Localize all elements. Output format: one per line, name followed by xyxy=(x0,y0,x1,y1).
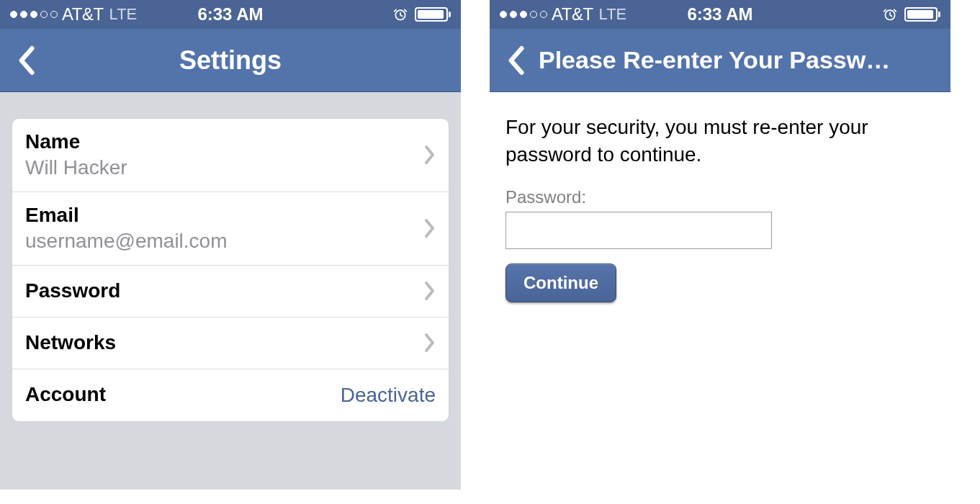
chevron-right-icon xyxy=(424,281,436,301)
network-label: LTE xyxy=(599,5,627,24)
signal-strength-icon xyxy=(10,11,58,18)
status-bar: AT&T LTE 6:33 AM xyxy=(490,0,950,29)
status-bar: AT&T LTE 6:33 AM xyxy=(0,0,461,29)
reauth-screen: AT&T LTE 6:33 AM Please Re-enter Your Pa… xyxy=(490,0,950,490)
reauth-content: For your security, you must re-enter you… xyxy=(490,92,950,324)
back-button[interactable] xyxy=(501,45,530,76)
settings-row-networks[interactable]: Networks xyxy=(12,318,449,369)
status-right xyxy=(393,7,451,22)
row-label: Networks xyxy=(25,330,424,356)
row-label: Account xyxy=(25,382,341,408)
status-left: AT&T LTE xyxy=(10,4,137,24)
battery-icon xyxy=(904,7,940,22)
row-label: Name xyxy=(25,129,424,155)
chevron-right-icon xyxy=(424,145,436,165)
settings-row-email[interactable]: Email username@email.com xyxy=(12,192,449,266)
battery-icon xyxy=(415,7,451,22)
row-value: username@email.com xyxy=(25,228,424,254)
back-button[interactable] xyxy=(12,45,40,76)
alarm-icon xyxy=(393,7,408,22)
nav-bar: Please Re-enter Your Passw… xyxy=(490,29,950,92)
carrier-label: AT&T xyxy=(552,4,593,24)
deactivate-link[interactable]: Deactivate xyxy=(341,384,436,407)
password-field-label: Password: xyxy=(505,187,935,207)
password-input[interactable] xyxy=(505,212,772,249)
network-label: LTE xyxy=(109,5,138,24)
settings-list: Name Will Hacker Email username@email.co… xyxy=(12,118,449,422)
clock-label: 6:33 AM xyxy=(687,4,752,24)
settings-row-account[interactable]: Account Deactivate xyxy=(12,369,449,421)
continue-button[interactable]: Continue xyxy=(505,264,616,302)
clock-label: 6:33 AM xyxy=(197,4,263,24)
nav-bar: Settings xyxy=(0,29,461,92)
alarm-icon xyxy=(883,7,897,22)
row-label: Password xyxy=(25,278,424,304)
settings-content: Name Will Hacker Email username@email.co… xyxy=(0,92,461,448)
carrier-label: AT&T xyxy=(62,4,104,24)
chevron-left-icon xyxy=(506,45,525,76)
page-title: Settings xyxy=(40,45,449,76)
settings-screen: AT&T LTE 6:33 AM Settings Name Will H xyxy=(0,0,461,490)
settings-row-name[interactable]: Name Will Hacker xyxy=(12,119,449,192)
status-left: AT&T LTE xyxy=(500,4,626,24)
instruction-text: For your security, you must re-enter you… xyxy=(505,114,935,168)
status-right xyxy=(883,7,940,22)
chevron-right-icon xyxy=(424,333,436,353)
chevron-right-icon xyxy=(424,218,436,238)
row-value: Will Hacker xyxy=(25,155,424,181)
settings-row-password[interactable]: Password xyxy=(12,266,449,318)
page-title: Please Re-enter Your Passw… xyxy=(539,46,939,74)
signal-strength-icon xyxy=(500,11,547,18)
chevron-left-icon xyxy=(17,45,35,76)
row-label: Email xyxy=(25,202,424,228)
